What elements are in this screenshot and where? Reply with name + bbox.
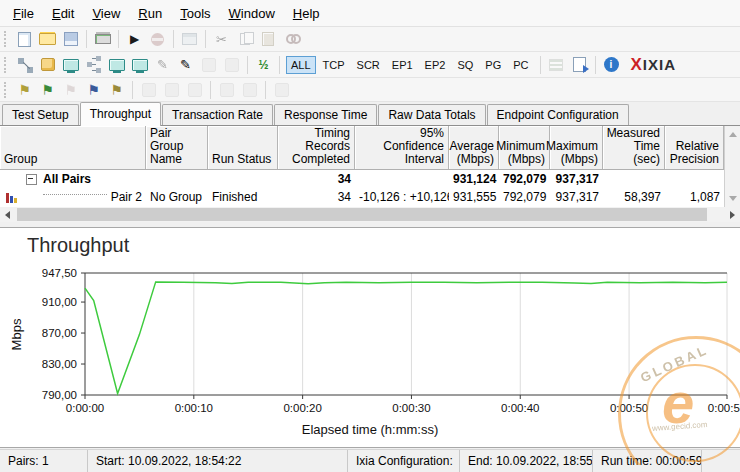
column-header-timing-records[interactable]: Timing Records Completed <box>278 126 355 169</box>
print-icon[interactable] <box>92 29 113 49</box>
pair-2-timing-records: 34 <box>278 190 355 204</box>
menu-window[interactable]: Window <box>220 3 284 24</box>
filter-pg-button[interactable]: PG <box>480 56 506 74</box>
ixia-logo: X IXIA <box>631 55 677 75</box>
endpoint-report-icon <box>271 80 292 100</box>
tab-test-setup[interactable]: Test Setup <box>2 104 79 125</box>
status-pairs: Pairs: 1 <box>0 450 88 472</box>
column-header-relative-precision[interactable]: Relative Precision <box>665 126 724 169</box>
column-header-maximum[interactable]: Maximum (Mbps) <box>550 126 603 169</box>
table-header-row: Group Pair Group Name Run Status Timing … <box>0 126 740 170</box>
scroll-right-icon[interactable] <box>730 211 735 219</box>
ixia-info-icon[interactable]: i <box>601 55 622 75</box>
horizontal-scroll-thumb[interactable] <box>17 208 707 221</box>
filter-scr-button[interactable]: SCR <box>352 56 385 74</box>
menu-edit[interactable]: Edit <box>43 3 83 24</box>
all-pairs-timing-records: 34 <box>278 172 355 186</box>
column-header-minimum[interactable]: Minimum (Mbps) <box>499 126 550 169</box>
toolbar-separator <box>247 56 248 74</box>
pair-2-confidence-interval: -10,126 : +10,126 <box>355 190 449 204</box>
copy-icon <box>234 29 255 49</box>
export-results-icon[interactable] <box>569 55 590 75</box>
toolbar-separator <box>595 56 596 74</box>
scroll-down-icon[interactable] <box>729 196 737 201</box>
add-multicast-group-icon[interactable] <box>129 55 150 75</box>
stop-test-icon <box>147 29 168 49</box>
pair-2-relative-precision: 1,087 <box>665 190 724 204</box>
ixchariot-window: File Edit View Run Tools Window Help ▶ ✂ <box>0 0 740 472</box>
filter-all-button[interactable]: ALL <box>286 56 316 74</box>
toolbar-separator <box>265 81 266 99</box>
svg-text:870,00: 870,00 <box>42 327 77 339</box>
table-row-all-pairs[interactable]: All Pairs 34 931,124 792,079 937,317 <box>0 170 740 188</box>
tree-leader-line <box>43 194 107 195</box>
tab-raw-data-totals[interactable]: Raw Data Totals <box>378 104 485 125</box>
menu-view[interactable]: View <box>83 3 129 24</box>
toolbar-gripper[interactable] <box>4 57 9 73</box>
column-header-measured-time[interactable]: Measured Time (sec) <box>603 126 665 169</box>
toolbar-separator <box>205 30 206 48</box>
add-pair-icon[interactable] <box>14 55 35 75</box>
collapse-all-pairs-icon[interactable] <box>26 174 37 185</box>
save-test-icon[interactable] <box>60 29 81 49</box>
add-voip-pair-icon[interactable] <box>60 55 81 75</box>
filter-ep2-button[interactable]: EP2 <box>420 56 451 74</box>
menu-run[interactable]: Run <box>129 3 171 24</box>
filter-pc-button[interactable]: PC <box>508 56 533 74</box>
delete-pair-icon <box>221 55 242 75</box>
column-header-pair-group-name[interactable]: Pair Group Name <box>146 126 208 169</box>
column-header-confidence-interval[interactable]: 95% Confidence Interval <box>355 126 449 169</box>
pair-2-average: 931,555 <box>449 190 499 204</box>
menu-help[interactable]: Help <box>284 3 329 24</box>
svg-text:0:00:40: 0:00:40 <box>501 402 539 414</box>
pair-2-minimum: 792,079 <box>499 190 550 204</box>
tab-endpoint-configuration[interactable]: Endpoint Configuration <box>487 104 629 125</box>
toolbar-gripper[interactable] <box>4 82 9 98</box>
svg-text:830,00: 830,00 <box>42 358 77 370</box>
flag-note-icon[interactable]: ⚑ <box>14 80 35 100</box>
toolbar-separator <box>132 81 133 99</box>
column-header-group[interactable]: Group <box>0 126 146 169</box>
status-run-time: Run time: 00:00:59 <box>593 450 702 472</box>
menu-tools[interactable]: Tools <box>171 3 219 24</box>
menu-file[interactable]: File <box>4 3 43 24</box>
open-test-icon[interactable] <box>37 29 58 49</box>
report-grid-icon <box>546 55 567 75</box>
filter-ep1-button[interactable]: EP1 <box>387 56 418 74</box>
scroll-up-icon[interactable] <box>729 132 737 137</box>
flag-run-icon[interactable]: ⚑ <box>37 80 58 100</box>
svg-text:0:00:50: 0:00:50 <box>610 402 648 414</box>
tab-transaction-rate[interactable]: Transaction Rate <box>162 104 273 125</box>
cut-icon: ✂ <box>211 29 232 49</box>
results-table: Group Pair Group Name Run Status Timing … <box>0 126 740 207</box>
pair-2-group-name: No Group <box>146 190 208 204</box>
toolbar-separator <box>540 56 541 74</box>
all-pairs-average: 931,124 <box>449 172 499 186</box>
add-video-pair-icon[interactable] <box>106 55 127 75</box>
flag-pair-icon[interactable]: ⚑ <box>83 80 104 100</box>
add-hardware-pairs-icon[interactable] <box>83 55 104 75</box>
column-header-run-status[interactable]: Run Status <box>208 126 278 169</box>
filter-tcp-button[interactable]: TCP <box>318 56 350 74</box>
pair-2-maximum: 937,317 <box>550 190 603 204</box>
edit-pair-icon[interactable]: ✎ <box>175 55 196 75</box>
filter-sq-button[interactable]: SQ <box>452 56 478 74</box>
tab-response-time[interactable]: Response Time <box>274 104 377 125</box>
new-test-icon[interactable] <box>14 29 35 49</box>
toolbar-separator <box>118 30 119 48</box>
scroll-left-icon[interactable] <box>5 211 10 219</box>
column-header-average[interactable]: Average (Mbps) <box>449 126 499 169</box>
table-row-pair-2[interactable]: Pair 2 No Group Finished 34 -10,126 : +1… <box>0 188 740 206</box>
toolbar-gripper[interactable] <box>4 31 9 47</box>
refresh-config-icon <box>161 80 182 100</box>
run-test-icon[interactable]: ▶ <box>124 29 145 49</box>
toolbar-endpoints: ⚑ ⚑ ⚑ ⚑ ⚑ <box>0 78 740 102</box>
throughput-chart-panel: Throughput Mbps Elapsed time (h:mm:ss) 9… <box>0 227 740 448</box>
group-rows-icon[interactable]: ½ <box>253 55 274 75</box>
add-multiple-pairs-icon[interactable] <box>37 55 58 75</box>
tab-throughput[interactable]: Throughput <box>80 102 161 126</box>
table-horizontal-scrollbar[interactable] <box>0 207 740 222</box>
table-vertical-scrollbar[interactable] <box>724 126 740 207</box>
svg-text:0:00:10: 0:00:10 <box>175 402 213 414</box>
flag-edit-icon[interactable]: ⚑ <box>106 80 127 100</box>
